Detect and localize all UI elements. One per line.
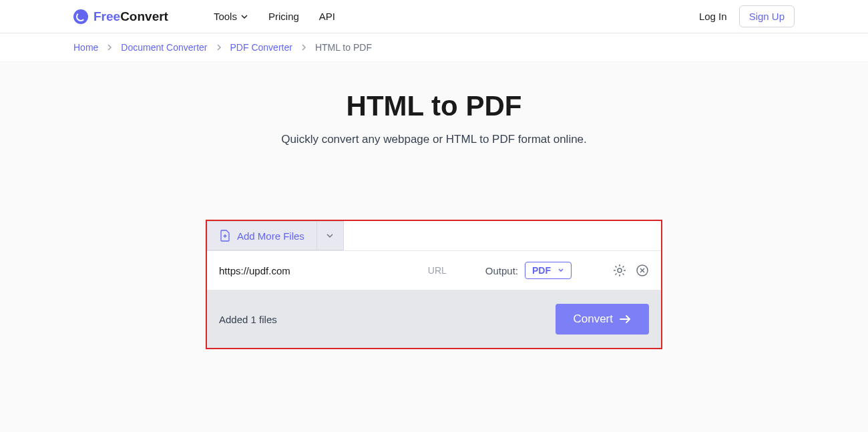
main-content: HTML to PDF Quickly convert any webpage …: [0, 62, 868, 432]
added-files-text: Added 1 files: [219, 314, 277, 325]
settings-button[interactable]: [613, 264, 626, 277]
chevron-right-icon: [216, 44, 222, 51]
output-value: PDF: [532, 265, 551, 276]
output-format-select[interactable]: PDF: [525, 262, 572, 279]
convert-button[interactable]: Convert: [556, 304, 649, 335]
chevron-down-icon: [240, 13, 248, 21]
header: FreeConvert Tools Pricing API Log In Sig…: [0, 0, 868, 33]
converter-footer: Added 1 files Convert: [207, 290, 661, 348]
breadcrumb-pdf-converter[interactable]: PDF Converter: [230, 42, 292, 53]
file-row: https://updf.com URL Output: PDF: [207, 251, 661, 290]
main-nav: Tools Pricing API: [214, 11, 335, 22]
output-label: Output:: [485, 265, 518, 276]
nav-pricing[interactable]: Pricing: [268, 11, 299, 22]
chevron-down-icon: [558, 267, 564, 274]
header-right: Log In Sign Up: [699, 5, 795, 27]
add-more-files-button[interactable]: Add More Files: [207, 221, 317, 250]
breadcrumb-current: HTML to PDF: [315, 42, 372, 53]
nav-api[interactable]: API: [319, 11, 335, 22]
chevron-right-icon: [300, 44, 307, 51]
remove-file-button[interactable]: [636, 264, 649, 277]
logo-icon: [73, 9, 88, 24]
page-subtitle: Quickly convert any webpage or HTML to P…: [0, 133, 868, 146]
breadcrumb-home[interactable]: Home: [73, 42, 98, 53]
nav-tools[interactable]: Tools: [214, 11, 248, 22]
close-icon: [636, 264, 649, 277]
nav-pricing-label: Pricing: [268, 11, 299, 22]
add-files-bar: Add More Files: [207, 221, 661, 251]
nav-tools-label: Tools: [214, 11, 237, 22]
arrow-right-icon: [620, 314, 632, 324]
breadcrumb-document-converter[interactable]: Document Converter: [121, 42, 207, 53]
breadcrumb: Home Document Converter PDF Converter HT…: [0, 33, 868, 62]
logo[interactable]: FreeConvert: [73, 9, 168, 24]
converter-panel: Add More Files https://updf.com URL Outp…: [206, 220, 662, 349]
logo-convert-text: Convert: [120, 9, 168, 23]
add-files-dropdown-button[interactable]: [317, 221, 344, 250]
chevron-down-icon: [326, 232, 334, 240]
file-url-input[interactable]: https://updf.com: [219, 265, 428, 276]
signup-button[interactable]: Sign Up: [739, 5, 795, 27]
page-title: HTML to PDF: [0, 90, 868, 122]
add-more-files-label: Add More Files: [237, 230, 304, 242]
gear-icon: [613, 264, 626, 277]
file-type-label: URL: [428, 265, 447, 276]
file-add-icon: [220, 230, 230, 242]
convert-button-label: Convert: [573, 312, 613, 326]
logo-free-text: Free: [93, 9, 120, 23]
login-link[interactable]: Log In: [699, 11, 727, 22]
svg-point-0: [618, 268, 622, 272]
nav-api-label: API: [319, 11, 335, 22]
chevron-right-icon: [106, 44, 113, 51]
